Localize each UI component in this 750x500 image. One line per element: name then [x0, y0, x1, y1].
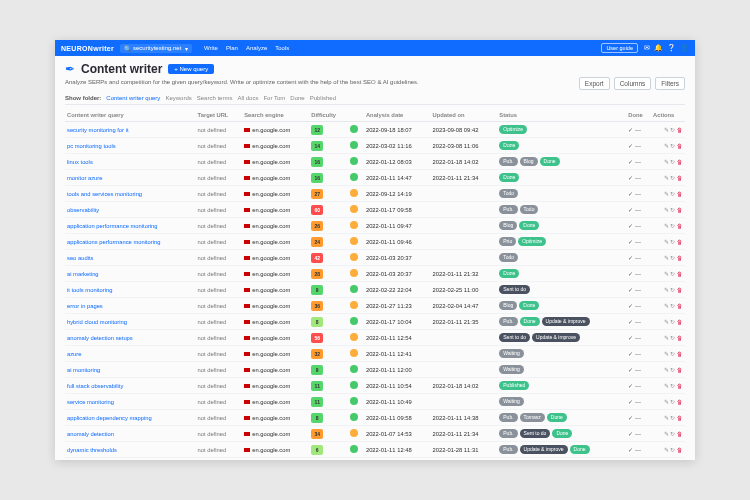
refresh-icon[interactable]: ↻ [670, 127, 675, 133]
avatar[interactable]: 👤 [680, 44, 689, 52]
status-pill[interactable]: Pub. [499, 429, 517, 438]
status-pill[interactable]: Waiting [499, 349, 524, 358]
nav-tools[interactable]: Tools [275, 45, 289, 51]
done-icon[interactable]: ✓ — [628, 287, 641, 293]
query-link[interactable]: anomaly detection [67, 431, 114, 437]
query-link[interactable]: error in pages [67, 303, 103, 309]
query-link[interactable]: it tools monitoring [67, 287, 112, 293]
delete-icon[interactable]: 🗑 [677, 159, 683, 165]
delete-icon[interactable]: 🗑 [677, 191, 683, 197]
refresh-icon[interactable]: ↻ [670, 415, 675, 421]
done-icon[interactable]: ✓ — [628, 367, 641, 373]
col-header[interactable]: Actions [651, 109, 685, 122]
bell-icon[interactable]: 🔔 [654, 44, 663, 52]
status-pill[interactable]: Pub. [499, 445, 517, 454]
status-pill[interactable]: Sent to do [499, 333, 530, 342]
status-pill[interactable]: Pub. [499, 317, 517, 326]
refresh-icon[interactable]: ↻ [670, 399, 675, 405]
status-pill[interactable]: Done [499, 269, 519, 278]
refresh-icon[interactable]: ↻ [670, 191, 675, 197]
user-guide-button[interactable]: User guide [601, 43, 638, 53]
delete-icon[interactable]: 🗑 [677, 319, 683, 325]
refresh-icon[interactable]: ↻ [670, 383, 675, 389]
query-link[interactable]: dynamic thresholds [67, 447, 117, 453]
status-pill[interactable]: Waiting [499, 397, 524, 406]
status-pill[interactable]: Done [552, 429, 572, 438]
query-link[interactable]: applications performance monitoring [67, 239, 160, 245]
status-pill[interactable]: Blog [499, 301, 517, 310]
refresh-icon[interactable]: ↻ [670, 223, 675, 229]
done-icon[interactable]: ✓ — [628, 159, 641, 165]
refresh-icon[interactable]: ↻ [670, 431, 675, 437]
edit-icon[interactable]: ✎ [664, 207, 669, 213]
refresh-icon[interactable]: ↻ [670, 447, 675, 453]
done-icon[interactable]: ✓ — [628, 335, 641, 341]
status-pill[interactable]: Sent to do [520, 429, 551, 438]
status-pill[interactable]: Update & improve [520, 445, 568, 454]
status-pill[interactable]: Pub. [499, 157, 517, 166]
delete-icon[interactable]: 🗑 [677, 335, 683, 341]
status-pill[interactable]: Prio [499, 237, 516, 246]
status-pill[interactable]: Optimize [499, 125, 527, 134]
done-icon[interactable]: ✓ — [628, 143, 641, 149]
query-link[interactable]: observability [67, 207, 99, 213]
nav-analyze[interactable]: Analyze [246, 45, 267, 51]
done-icon[interactable]: ✓ — [628, 191, 641, 197]
query-link[interactable]: anomaly detection setups [67, 335, 133, 341]
status-pill[interactable]: Done [540, 157, 560, 166]
col-header[interactable]: Status [497, 109, 626, 122]
col-header[interactable]: Difficulty [309, 109, 348, 122]
edit-icon[interactable]: ✎ [664, 127, 669, 133]
query-link[interactable]: service monitoring [67, 399, 114, 405]
refresh-icon[interactable]: ↻ [670, 143, 675, 149]
delete-icon[interactable]: 🗑 [677, 175, 683, 181]
refresh-icon[interactable]: ↻ [670, 367, 675, 373]
delete-icon[interactable]: 🗑 [677, 207, 683, 213]
mail-icon[interactable]: ✉ [644, 44, 650, 52]
refresh-icon[interactable]: ↻ [670, 175, 675, 181]
col-header[interactable]: Analysis date [364, 109, 431, 122]
status-pill[interactable]: Todo [499, 189, 518, 198]
tab-item[interactable]: Published [310, 95, 336, 101]
delete-icon[interactable]: 🗑 [677, 431, 683, 437]
status-pill[interactable]: Done [499, 173, 519, 182]
query-link[interactable]: pc monitoring tools [67, 143, 116, 149]
query-link[interactable]: application performance monitoring [67, 223, 158, 229]
delete-icon[interactable]: 🗑 [677, 127, 683, 133]
refresh-icon[interactable]: ↻ [670, 287, 675, 293]
edit-icon[interactable]: ✎ [664, 175, 669, 181]
tab-item[interactable]: For Tom [263, 95, 285, 101]
query-link[interactable]: security monitoring for it [67, 127, 129, 133]
done-icon[interactable]: ✓ — [628, 431, 641, 437]
query-link[interactable]: tools and services monitoring [67, 191, 142, 197]
refresh-icon[interactable]: ↻ [670, 207, 675, 213]
done-icon[interactable]: ✓ — [628, 383, 641, 389]
done-icon[interactable]: ✓ — [628, 239, 641, 245]
done-icon[interactable]: ✓ — [628, 271, 641, 277]
edit-icon[interactable]: ✎ [664, 383, 669, 389]
tab-item[interactable]: All docs [237, 95, 258, 101]
status-pill[interactable]: Pub. [499, 413, 517, 422]
refresh-icon[interactable]: ↻ [670, 271, 675, 277]
col-header[interactable]: Content writer query [65, 109, 196, 122]
help-icon[interactable]: ❔ [667, 44, 676, 52]
col-header[interactable] [348, 109, 364, 122]
col-header[interactable]: Target URL [196, 109, 243, 122]
edit-icon[interactable]: ✎ [664, 223, 669, 229]
done-icon[interactable]: ✓ — [628, 223, 641, 229]
delete-icon[interactable]: 🗑 [677, 239, 683, 245]
status-pill[interactable]: Done [499, 141, 519, 150]
edit-icon[interactable]: ✎ [664, 143, 669, 149]
delete-icon[interactable]: 🗑 [677, 447, 683, 453]
status-pill[interactable]: Todo [499, 253, 518, 262]
status-pill[interactable]: Update & improve [542, 317, 590, 326]
delete-icon[interactable]: 🗑 [677, 271, 683, 277]
col-header[interactable]: Updated on [431, 109, 498, 122]
status-pill[interactable]: Done [547, 413, 567, 422]
done-icon[interactable]: ✓ — [628, 351, 641, 357]
nav-plan[interactable]: Plan [226, 45, 238, 51]
status-pill[interactable]: Done [570, 445, 590, 454]
edit-icon[interactable]: ✎ [664, 239, 669, 245]
edit-icon[interactable]: ✎ [664, 431, 669, 437]
status-pill[interactable]: Done [519, 301, 539, 310]
